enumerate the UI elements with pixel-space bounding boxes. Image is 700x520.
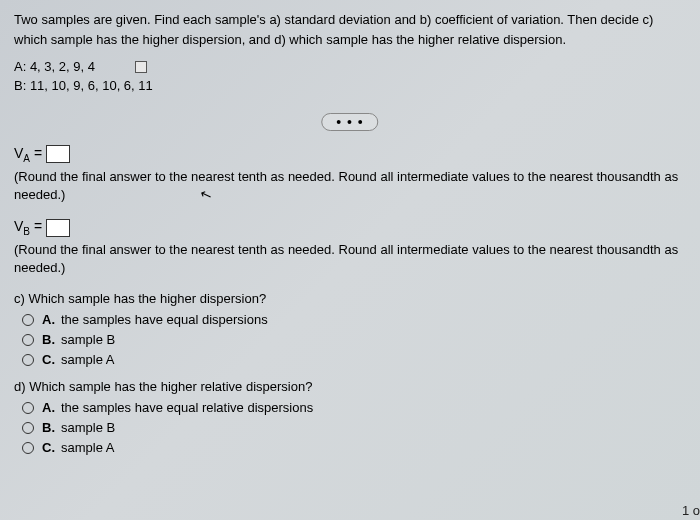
option-text: sample A — [61, 440, 114, 455]
part-c-question: c) Which sample has the higher dispersio… — [14, 291, 686, 306]
radio-icon[interactable] — [22, 422, 34, 434]
part-c: c) Which sample has the higher dispersio… — [14, 291, 686, 367]
samples-block: A: 4, 3, 2, 9, 4 B: 11, 10, 9, 6, 10, 6,… — [14, 59, 686, 93]
radio-icon[interactable] — [22, 334, 34, 346]
part-c-option-b[interactable]: B. sample B — [14, 332, 686, 347]
va-input[interactable] — [46, 145, 70, 163]
part-c-option-a[interactable]: A. the samples have equal dispersions — [14, 312, 686, 327]
option-letter: C. — [42, 440, 55, 455]
part-d-option-a[interactable]: A. the samples have equal relative dispe… — [14, 400, 686, 415]
corner-text: 1 o — [682, 503, 700, 518]
radio-icon[interactable] — [22, 354, 34, 366]
collapse-dots-button[interactable]: • • • — [321, 113, 378, 131]
divider-area: • • • — [14, 113, 686, 137]
option-text: the samples have equal dispersions — [61, 312, 268, 327]
sample-a-text: A: 4, 3, 2, 9, 4 — [14, 59, 95, 74]
option-letter: B. — [42, 420, 55, 435]
part-d-option-b[interactable]: B. sample B — [14, 420, 686, 435]
question-header: Two samples are given. Find each sample'… — [14, 10, 686, 49]
option-letter: B. — [42, 332, 55, 347]
vb-formula: VB = — [14, 218, 686, 237]
part-d: d) Which sample has the higher relative … — [14, 379, 686, 455]
option-text: sample B — [61, 420, 115, 435]
vb-rounding-note: (Round the final answer to the nearest t… — [14, 241, 686, 277]
radio-icon[interactable] — [22, 402, 34, 414]
copy-icon[interactable] — [135, 61, 147, 73]
radio-icon[interactable] — [22, 314, 34, 326]
sample-b-line: B: 11, 10, 9, 6, 10, 6, 11 — [14, 78, 686, 93]
va-rounding-note: (Round the final answer to the nearest t… — [14, 168, 686, 204]
sample-a-line: A: 4, 3, 2, 9, 4 — [14, 59, 686, 74]
sample-b-text: B: 11, 10, 9, 6, 10, 6, 11 — [14, 78, 153, 93]
option-text: the samples have equal relative dispersi… — [61, 400, 313, 415]
option-letter: C. — [42, 352, 55, 367]
part-d-option-c[interactable]: C. sample A — [14, 440, 686, 455]
option-text: sample B — [61, 332, 115, 347]
radio-icon[interactable] — [22, 442, 34, 454]
option-letter: A. — [42, 312, 55, 327]
option-letter: A. — [42, 400, 55, 415]
va-formula: VA = — [14, 145, 686, 164]
vb-input[interactable] — [46, 219, 70, 237]
part-c-option-c[interactable]: C. sample A — [14, 352, 686, 367]
option-text: sample A — [61, 352, 114, 367]
va-label: VA = — [14, 145, 42, 164]
part-d-question: d) Which sample has the higher relative … — [14, 379, 686, 394]
vb-label: VB = — [14, 218, 42, 237]
